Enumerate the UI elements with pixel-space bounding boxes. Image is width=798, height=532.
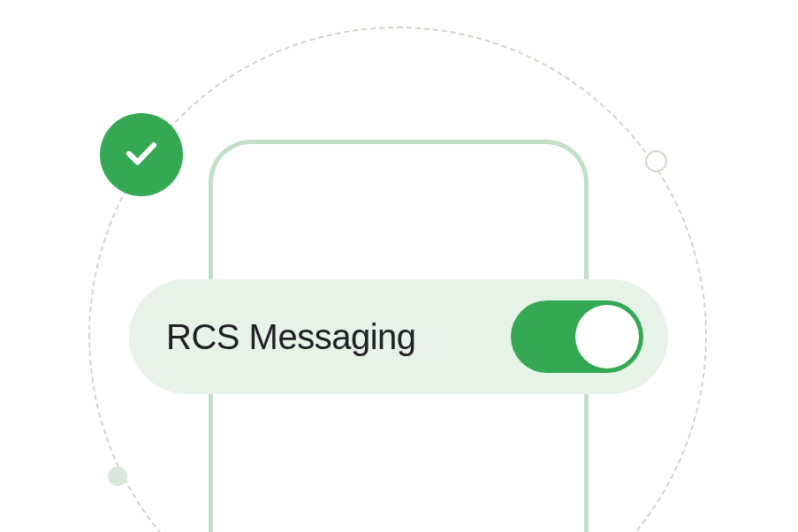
orbit-node-bottom (108, 467, 127, 486)
setting-row: RCS Messaging (129, 279, 668, 394)
checkmark-icon (123, 134, 160, 175)
orbit-node-right (645, 150, 667, 172)
checkmark-badge (100, 113, 183, 196)
setting-label: RCS Messaging (166, 317, 416, 357)
rcs-toggle[interactable] (511, 300, 643, 373)
toggle-knob (575, 305, 639, 369)
